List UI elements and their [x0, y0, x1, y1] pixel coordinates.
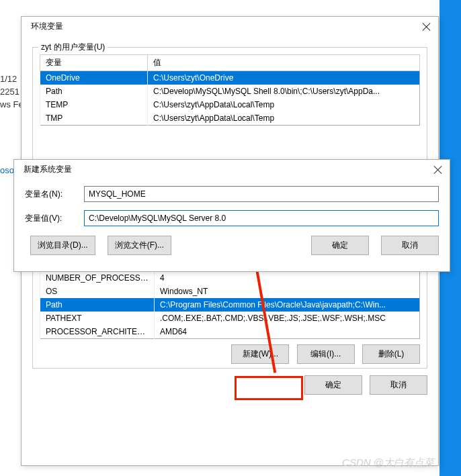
close-icon[interactable]: [422, 22, 431, 32]
table-row[interactable]: NUMBER_OF_PROCESSORS4: [40, 271, 420, 285]
table-row[interactable]: PathC:\Program Files\Common Files\Oracle…: [40, 298, 420, 312]
table-row[interactable]: PathC:\Develop\MySQL\MySQL Shell 8.0\bin…: [40, 85, 420, 98]
ok-button[interactable]: 确定: [304, 375, 362, 395]
annotation-box-new-button: [235, 376, 303, 400]
col-variable[interactable]: 变量: [40, 55, 148, 71]
value-label: 变量值(V):: [25, 213, 84, 224]
browse-file-button[interactable]: 浏览文件(F)...: [108, 236, 171, 255]
user-vars-label: zyt 的用户变量(U): [38, 42, 108, 53]
new-dialog-title: 新建系统变量: [24, 164, 72, 175]
env-dialog-title: 环境变量: [31, 21, 63, 32]
new-variable-dialog: 新建系统变量 变量名(N): 变量值(V): 浏览目录(D)... 浏览文件(F…: [13, 159, 450, 272]
table-row[interactable]: TEMPC:\Users\zyt\AppData\Local\Temp: [40, 98, 420, 111]
user-vars-table[interactable]: 变量 值 OneDriveC:\Users\zyt\OneDrivePathC:…: [40, 54, 420, 126]
name-label: 变量名(N):: [25, 189, 84, 200]
close-icon[interactable]: [433, 165, 443, 175]
new-button[interactable]: 新建(W)...: [231, 344, 289, 364]
variable-value-input[interactable]: [84, 210, 439, 226]
edit-button[interactable]: 编辑(I)...: [297, 344, 355, 364]
table-row[interactable]: TMPC:\Users\zyt\AppData\Local\Temp: [40, 111, 420, 126]
delete-button[interactable]: 删除(L): [362, 344, 420, 364]
cancel-button[interactable]: 取消: [370, 375, 427, 395]
table-row[interactable]: OneDriveC:\Users\zyt\OneDrive: [40, 71, 420, 85]
cancel-button[interactable]: 取消: [381, 236, 439, 255]
table-row[interactable]: PATHEXT.COM;.EXE;.BAT;.CMD;.VBS;.VBE;.JS…: [40, 312, 420, 325]
col-value[interactable]: 值: [148, 55, 420, 71]
variable-name-input[interactable]: [84, 186, 439, 202]
table-row[interactable]: OSWindows_NT: [40, 285, 420, 298]
watermark: CSDN @大白有点菜: [342, 457, 434, 469]
table-row[interactable]: PROCESSOR_ARCHITECT...AMD64: [40, 325, 420, 339]
ok-button[interactable]: 确定: [311, 236, 369, 255]
browse-dir-button[interactable]: 浏览目录(D)...: [30, 236, 95, 255]
